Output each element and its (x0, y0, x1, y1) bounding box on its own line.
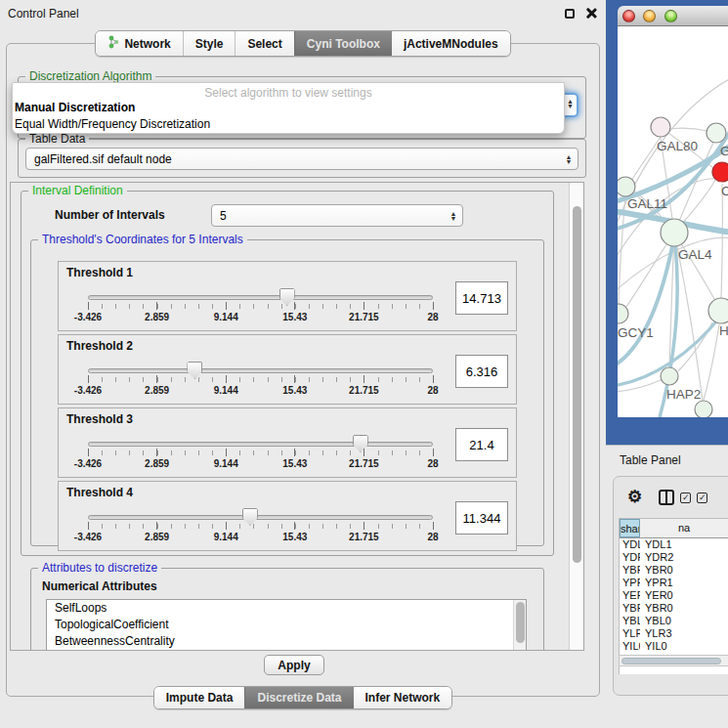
slider-track[interactable] (88, 368, 433, 373)
checkbox-icon[interactable]: ✓ (697, 492, 707, 503)
network-node[interactable] (651, 117, 670, 137)
network-window-titlebar[interactable] (618, 6, 728, 26)
number-of-intervals-combobox[interactable]: 5 ▲▼ (211, 204, 463, 227)
checkbox-icon[interactable]: ✓ (680, 492, 691, 503)
tab-impute-data[interactable]: Impute Data (154, 687, 245, 708)
table-toolbar: ⚙ ✓ ✓ (614, 483, 728, 512)
network-node[interactable] (661, 219, 688, 246)
tab-style[interactable]: Style (183, 31, 236, 56)
threshold-4-value-field[interactable] (455, 501, 508, 535)
split-view-icon[interactable] (659, 490, 674, 505)
network-node-label: H (719, 323, 728, 338)
table-cell[interactable]: YBR043C (620, 564, 640, 577)
tab-label: Discretize Data (257, 691, 341, 705)
slider-tick-label: 15.43 (282, 312, 307, 322)
table-row[interactable]: YPR145WYPR1 (620, 577, 728, 589)
dropdown-option-equal-width-frequency[interactable]: Equal Width/Frequency Discretization (13, 116, 564, 133)
network-node-label: GAL80 (657, 139, 698, 153)
table-row[interactable]: YBL079WYBL0 (620, 615, 728, 627)
table-cell[interactable]: YBR0 (640, 602, 728, 615)
table-row[interactable]: YDR27...YDR2 (620, 551, 728, 564)
tab-select[interactable]: Select (235, 31, 293, 56)
threshold-3-value-field[interactable] (455, 428, 508, 461)
attribute-item[interactable]: TopologicalCoefficient (47, 617, 526, 633)
attribute-item[interactable]: BetweennessCentrality (47, 633, 526, 650)
attribute-item[interactable]: SelfLoops (47, 600, 526, 617)
network-node[interactable] (618, 177, 635, 196)
table-row[interactable]: YBR045CYBR0 (620, 602, 728, 615)
network-node[interactable] (695, 401, 712, 417)
zoom-window-icon[interactable] (664, 10, 677, 22)
network-node[interactable] (661, 367, 678, 385)
slider-major-tick (88, 522, 89, 530)
slider-major-tick (433, 375, 434, 383)
table-cell[interactable]: YIL052C (620, 640, 640, 653)
table-cell[interactable]: YBL079W (620, 615, 640, 627)
slider-track[interactable] (88, 442, 433, 447)
table-cell[interactable]: YPR145W (620, 577, 640, 589)
tab-cyni-toolbox[interactable]: Cyni Toolbox (294, 31, 392, 56)
network-view[interactable]: GAL80GCGAL11GAL4GCY1HHAP2 (618, 26, 728, 417)
threshold-3-slider[interactable]: -3.4262.8599.14415.4321.71528 (80, 434, 484, 477)
dropdown-option-manual-discretization[interactable]: Manual Discretization (13, 100, 564, 116)
threshold-2-slider[interactable]: -3.4262.8599.14415.4321.71528 (80, 361, 484, 404)
table-row[interactable]: YER054CYER0 (620, 589, 728, 602)
slider-track[interactable] (88, 515, 433, 520)
horizontal-scrollbar[interactable] (619, 655, 728, 666)
network-node[interactable] (712, 162, 728, 182)
network-canvas-svg: GAL80GCGAL11GAL4GCY1HHAP2 (618, 26, 728, 417)
table-cell[interactable]: YPR1 (640, 577, 728, 589)
table-data-combobox[interactable]: galFiltered.sif default node ▲▼ (25, 148, 578, 170)
gear-icon[interactable]: ⚙ (627, 489, 642, 506)
table-cell[interactable]: YER054C (620, 589, 640, 602)
table-cell[interactable]: YBR0 (640, 564, 728, 577)
table-cell[interactable]: YER0 (640, 589, 728, 602)
tab-network[interactable]: Network (96, 31, 182, 56)
table-row[interactable]: YIL052CYIL0 (620, 640, 728, 653)
tab-jactivemnodules[interactable]: jActiveMNodules (392, 31, 510, 56)
network-node[interactable] (707, 123, 726, 143)
minimize-window-icon[interactable] (643, 10, 656, 22)
slider-tick-label: 2.859 (145, 312, 169, 322)
table-cell[interactable]: YDL19... (620, 538, 640, 551)
table-header-row: shared... na (620, 519, 728, 538)
vertical-scrollbar[interactable] (569, 183, 583, 650)
slider-tick-label: 28 (427, 532, 438, 542)
list-scrollbar-thumb[interactable] (516, 602, 525, 643)
network-node[interactable] (708, 298, 728, 323)
tab-discretize-data[interactable]: Discretize Data (244, 687, 353, 708)
slider-tick-label: 15.43 (282, 458, 307, 469)
float-window-icon[interactable] (565, 9, 575, 19)
slider-major-tick (364, 302, 364, 310)
threshold-1-slider[interactable]: -3.4262.8599.14415.4321.71528 (80, 287, 484, 330)
close-panel-icon[interactable] (584, 7, 597, 20)
threshold-2-value-field[interactable] (455, 355, 508, 388)
table-cell[interactable]: YDR27... (620, 551, 640, 564)
combo-arrows-icon: ▲▼ (562, 154, 578, 164)
tab-infer-network[interactable]: Infer Network (354, 687, 452, 708)
column-header-name[interactable]: na (640, 519, 728, 537)
table-cell[interactable]: YBR045C (620, 602, 640, 615)
table-row[interactable]: YLR345WYLR3 (620, 627, 728, 640)
table-row[interactable]: YDL19...YDL1 (620, 538, 728, 551)
apply-button[interactable]: Apply (264, 655, 324, 675)
table-row[interactable]: YBR043CYBR0 (620, 564, 728, 577)
slider-tick-label: 2.859 (145, 458, 169, 469)
list-scrollbar[interactable] (513, 600, 526, 651)
table-cell[interactable]: YDR2 (640, 551, 728, 564)
close-window-icon[interactable] (622, 10, 635, 22)
slider-track[interactable] (88, 295, 433, 300)
table-cell[interactable]: YIL0 (640, 640, 728, 653)
table-cell[interactable]: YBL0 (640, 615, 728, 627)
numerical-attributes-list[interactable]: SelfLoopsTopologicalCoefficientBetweenne… (46, 599, 527, 651)
slider-major-tick (294, 522, 295, 530)
horizontal-scrollbar-thumb[interactable] (621, 658, 721, 664)
table-cell[interactable]: YLR345W (620, 627, 640, 640)
vertical-scrollbar-thumb[interactable] (573, 206, 581, 563)
table-cell[interactable]: YDL1 (640, 538, 728, 551)
threshold-4-slider[interactable]: -3.4262.8599.14415.4321.71528 (80, 507, 484, 550)
table-cell[interactable]: YLR3 (640, 627, 728, 640)
column-header-shared[interactable]: shared... (620, 519, 640, 537)
slider-major-tick (433, 302, 434, 310)
threshold-1-value-field[interactable] (455, 281, 508, 315)
